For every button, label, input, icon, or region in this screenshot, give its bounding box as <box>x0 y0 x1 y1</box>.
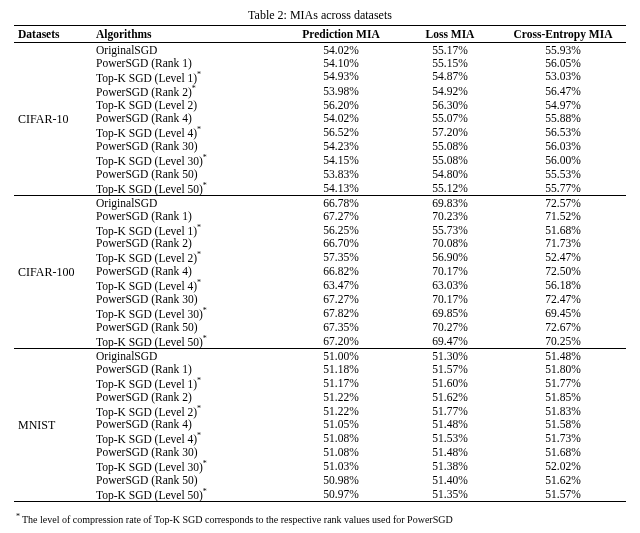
asterisk-icon: * <box>197 278 201 287</box>
ce-value: 56.53% <box>500 125 626 140</box>
ce-value: 51.83% <box>500 403 626 418</box>
table-row: PowerSGD (Rank 4)51.05%51.48%51.58% <box>14 418 626 431</box>
loss-value: 70.17% <box>400 265 500 278</box>
table-row: PowerSGD (Rank 4)54.02%55.07%55.88% <box>14 112 626 125</box>
loss-value: 51.77% <box>400 403 500 418</box>
prediction-value: 50.98% <box>282 474 400 487</box>
col-loss: Loss MIA <box>400 26 500 43</box>
prediction-value: 51.22% <box>282 403 400 418</box>
table-row: PowerSGD (Rank 1)67.27%70.23%71.52% <box>14 209 626 222</box>
prediction-value: 67.27% <box>282 209 400 222</box>
ce-value: 71.52% <box>500 209 626 222</box>
loss-value: 70.17% <box>400 293 500 306</box>
loss-value: 51.60% <box>400 375 500 390</box>
ce-value: 55.88% <box>500 112 626 125</box>
ce-value: 56.00% <box>500 152 626 167</box>
algorithm-name: Top-K SGD (Level 4)* <box>92 125 282 140</box>
loss-value: 54.87% <box>400 69 500 84</box>
loss-value: 55.08% <box>400 139 500 152</box>
prediction-value: 67.27% <box>282 293 400 306</box>
loss-value: 63.03% <box>400 278 500 293</box>
prediction-value: 51.18% <box>282 362 400 375</box>
loss-value: 55.15% <box>400 56 500 69</box>
asterisk-icon: * <box>197 223 201 232</box>
loss-value: 55.17% <box>400 43 500 57</box>
dataset-name: CIFAR-100 <box>14 196 92 349</box>
algorithm-name: PowerSGD (Rank 30) <box>92 446 282 459</box>
loss-value: 55.07% <box>400 112 500 125</box>
loss-value: 56.30% <box>400 99 500 112</box>
ce-value: 55.53% <box>500 167 626 180</box>
algorithm-name: Top-K SGD (Level 50)* <box>92 487 282 502</box>
loss-value: 51.35% <box>400 487 500 502</box>
algorithm-name: OriginalSGD <box>92 43 282 57</box>
algorithm-name: Top-K SGD (Level 2) <box>92 99 282 112</box>
algorithm-name: Top-K SGD (Level 1)* <box>92 222 282 237</box>
prediction-value: 66.70% <box>282 237 400 250</box>
table-row: Top-K SGD (Level 4)*56.52%57.20%56.53% <box>14 125 626 140</box>
ce-value: 70.25% <box>500 333 626 348</box>
algorithm-name: PowerSGD (Rank 2)* <box>92 84 282 99</box>
prediction-value: 56.52% <box>282 125 400 140</box>
ce-value: 51.73% <box>500 431 626 446</box>
col-prediction: Prediction MIA <box>282 26 400 43</box>
algorithm-name: PowerSGD (Rank 1) <box>92 56 282 69</box>
table-row: Top-K SGD (Level 1)*54.93%54.87%53.03% <box>14 69 626 84</box>
algorithm-name: PowerSGD (Rank 1) <box>92 362 282 375</box>
table-row: PowerSGD (Rank 50)53.83%54.80%55.53% <box>14 167 626 180</box>
prediction-value: 51.22% <box>282 390 400 403</box>
table-row: Top-K SGD (Level 50)*54.13%55.12%55.77% <box>14 180 626 195</box>
loss-value: 55.73% <box>400 222 500 237</box>
algorithm-name: PowerSGD (Rank 50) <box>92 167 282 180</box>
loss-value: 55.12% <box>400 180 500 195</box>
ce-value: 72.67% <box>500 320 626 333</box>
ce-value: 72.57% <box>500 196 626 210</box>
loss-value: 69.85% <box>400 306 500 321</box>
loss-value: 56.90% <box>400 250 500 265</box>
algorithm-name: PowerSGD (Rank 2) <box>92 237 282 250</box>
ce-value: 56.03% <box>500 139 626 152</box>
table-row: MNISTOriginalSGD51.00%51.30%51.48% <box>14 349 626 363</box>
loss-value: 51.40% <box>400 474 500 487</box>
table-row: Top-K SGD (Level 30)*51.03%51.38%52.02% <box>14 459 626 474</box>
algorithm-name: Top-K SGD (Level 50)* <box>92 333 282 348</box>
algorithm-name: Top-K SGD (Level 1)* <box>92 375 282 390</box>
algorithm-name: PowerSGD (Rank 50) <box>92 474 282 487</box>
asterisk-icon: * <box>203 334 207 343</box>
ce-value: 51.48% <box>500 349 626 363</box>
table-row: Top-K SGD (Level 1)*51.17%51.60%51.77% <box>14 375 626 390</box>
loss-value: 69.83% <box>400 196 500 210</box>
loss-value: 51.62% <box>400 390 500 403</box>
table-row: PowerSGD (Rank 1)51.18%51.57%51.80% <box>14 362 626 375</box>
ce-value: 56.47% <box>500 84 626 99</box>
algorithm-name: PowerSGD (Rank 30) <box>92 139 282 152</box>
algorithm-name: PowerSGD (Rank 2) <box>92 390 282 403</box>
prediction-value: 54.10% <box>282 56 400 69</box>
algorithm-name: Top-K SGD (Level 30)* <box>92 306 282 321</box>
asterisk-icon: * <box>197 70 201 79</box>
loss-value: 51.53% <box>400 431 500 446</box>
asterisk-icon: * <box>203 306 207 315</box>
asterisk-icon: * <box>197 431 201 440</box>
asterisk-icon: * <box>203 181 207 190</box>
ce-value: 51.62% <box>500 474 626 487</box>
table-row: PowerSGD (Rank 2)51.22%51.62%51.85% <box>14 390 626 403</box>
algorithm-name: OriginalSGD <box>92 196 282 210</box>
ce-value: 53.03% <box>500 69 626 84</box>
prediction-value: 51.17% <box>282 375 400 390</box>
algorithm-name: Top-K SGD (Level 2)* <box>92 403 282 418</box>
table-row: Top-K SGD (Level 50)*67.20%69.47%70.25% <box>14 333 626 348</box>
table-row: PowerSGD (Rank 30)54.23%55.08%56.03% <box>14 139 626 152</box>
algorithm-name: PowerSGD (Rank 1) <box>92 209 282 222</box>
ce-value: 52.47% <box>500 250 626 265</box>
ce-value: 51.68% <box>500 222 626 237</box>
ce-value: 71.73% <box>500 237 626 250</box>
asterisk-icon: * <box>197 125 201 134</box>
algorithm-name: PowerSGD (Rank 4) <box>92 112 282 125</box>
col-ce: Cross-Entropy MIA <box>500 26 626 43</box>
ce-value: 72.50% <box>500 265 626 278</box>
col-datasets: Datasets <box>14 26 92 43</box>
loss-value: 51.38% <box>400 459 500 474</box>
loss-value: 51.57% <box>400 362 500 375</box>
table-row: PowerSGD (Rank 50)67.35%70.27%72.67% <box>14 320 626 333</box>
